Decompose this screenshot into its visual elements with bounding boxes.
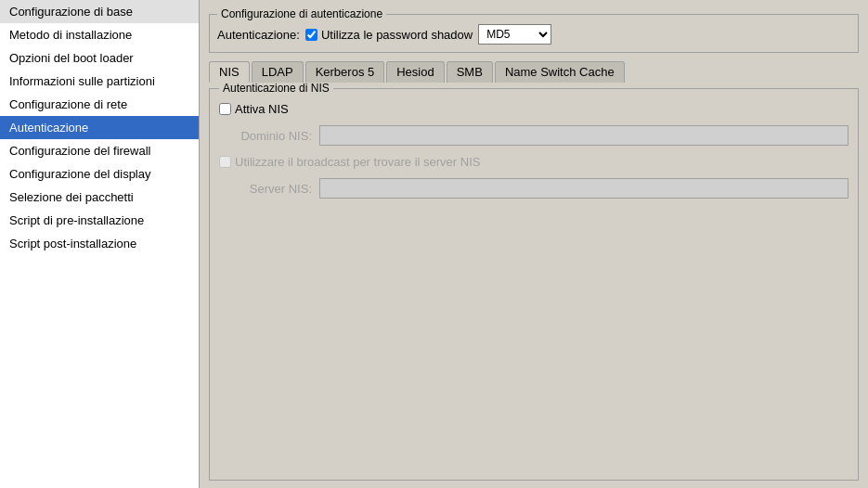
attiva-nis-checkbox[interactable] <box>219 103 231 115</box>
shadow-checkbox[interactable] <box>305 29 317 41</box>
auth-label: Autenticazione: <box>217 28 300 42</box>
tab-nis[interactable]: NIS <box>209 61 250 83</box>
dominio-label: Dominio NIS: <box>219 129 312 143</box>
main-content: Configurazione di autenticazione Autenti… <box>200 0 868 488</box>
tab-kerberos5[interactable]: Kerberos 5 <box>305 61 385 83</box>
sidebar: Configurazione di base Metodo di install… <box>0 0 200 488</box>
sidebar-item-selezione-dei-pacchetti[interactable]: Selezione dei pacchetti <box>0 186 199 209</box>
dominio-row: Dominio NIS: <box>219 125 849 146</box>
server-input[interactable] <box>319 178 849 199</box>
sidebar-item-configurazione-del-display[interactable]: Configurazione del display <box>0 162 199 186</box>
sidebar-item-configurazione-di-rete[interactable]: Configurazione di rete <box>0 93 199 116</box>
attiva-nis-label[interactable]: Attiva NIS <box>219 102 289 116</box>
server-label: Server NIS: <box>219 182 312 196</box>
tab-smb[interactable]: SMB <box>447 61 493 83</box>
broadcast-label: Utilizzare il broadcast per trovare il s… <box>219 155 480 169</box>
encryption-select[interactable]: MD5 SHA-256 SHA-512 <box>478 24 551 45</box>
auth-row: Autenticazione: Utilizza le password sha… <box>217 24 850 45</box>
broadcast-row: Utilizzare il broadcast per trovare il s… <box>219 155 849 169</box>
config-auth-title: Configurazione di autenticazione <box>217 7 386 20</box>
attiva-nis-row: Attiva NIS <box>219 102 849 116</box>
nis-group: Autenticazione di NIS Attiva NIS Dominio… <box>209 82 859 481</box>
dominio-input[interactable] <box>319 125 849 146</box>
sidebar-item-configurazione-del-firewall[interactable]: Configurazione del firewall <box>0 139 199 162</box>
tab-ldap[interactable]: LDAP <box>252 61 304 83</box>
sidebar-item-metodo-di-installazione[interactable]: Metodo di installazione <box>0 23 199 46</box>
sidebar-item-configurazione-di-base[interactable]: Configurazione di base <box>0 0 199 23</box>
config-auth-group: Configurazione di autenticazione Autenti… <box>209 7 859 53</box>
tab-hesiod[interactable]: Hesiod <box>386 61 444 83</box>
tabs-bar: NIS LDAP Kerberos 5 Hesiod SMB Name Swit… <box>209 60 859 82</box>
broadcast-checkbox[interactable] <box>219 156 231 168</box>
server-row: Server NIS: <box>219 178 849 199</box>
tab-name-switch-cache[interactable]: Name Switch Cache <box>495 61 625 83</box>
sidebar-item-autenticazione[interactable]: Autenticazione <box>0 116 199 139</box>
nis-group-title: Autenticazione di NIS <box>219 82 333 95</box>
shadow-checkbox-label[interactable]: Utilizza le password shadow <box>305 28 473 42</box>
sidebar-item-opzioni-del-boot-loader[interactable]: Opzioni del boot loader <box>0 46 199 70</box>
sidebar-item-script-di-pre-installazione[interactable]: Script di pre-installazione <box>0 209 199 232</box>
sidebar-item-informazioni-sulle-partizioni[interactable]: Informazioni sulle partizioni <box>0 70 199 93</box>
sidebar-item-script-post-installazione[interactable]: Script post-installazione <box>0 232 199 255</box>
